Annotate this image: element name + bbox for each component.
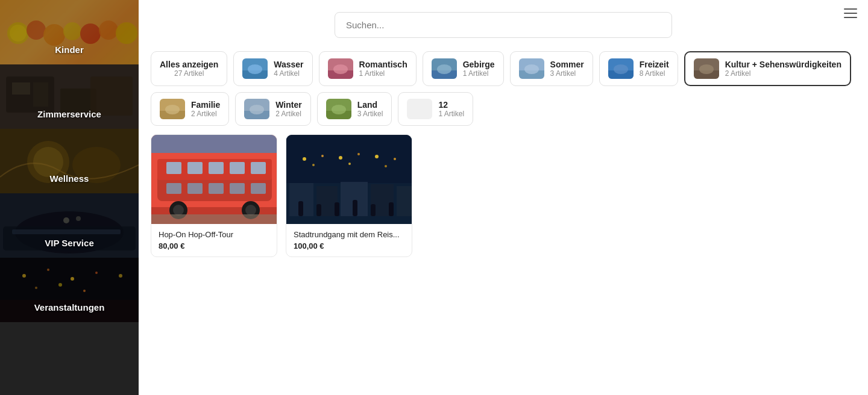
svg-rect-80 xyxy=(151,214,277,224)
category-thumb-wasser xyxy=(242,58,268,79)
category-count: 3 Artikel xyxy=(550,69,584,78)
svg-rect-101 xyxy=(353,200,357,216)
sidebar-item-label-kinder: Kinder xyxy=(0,45,139,55)
category-count: 2 Artikel xyxy=(275,110,301,118)
product-card-stadtrundgang[interactable]: Stadtrundgang mit dem Reis...100,00 € xyxy=(286,134,412,257)
category-thumb-winter xyxy=(244,99,269,119)
category-name: Winter xyxy=(275,100,301,110)
svg-rect-70 xyxy=(251,162,266,174)
sidebar-item-zimmerservice[interactable]: Zimmerservice xyxy=(0,64,139,129)
svg-rect-73 xyxy=(209,183,224,194)
svg-point-8 xyxy=(116,22,137,44)
svg-point-40 xyxy=(333,64,348,74)
sidebar-item-label-veranstaltungen: Veranstaltungen xyxy=(0,302,139,313)
svg-point-90 xyxy=(312,164,315,166)
svg-point-3 xyxy=(27,20,46,40)
svg-rect-68 xyxy=(209,162,224,174)
category-name: Romantisch xyxy=(359,60,407,69)
svg-point-4 xyxy=(43,24,65,46)
svg-rect-75 xyxy=(251,183,266,194)
category-thumb-romantisch xyxy=(328,58,353,79)
svg-point-5 xyxy=(63,22,81,40)
product-name: Hop-On Hop-Off-Tour xyxy=(159,230,269,239)
category-name: 12 xyxy=(438,100,464,110)
category-thumb-familie xyxy=(160,99,185,119)
svg-point-88 xyxy=(375,155,379,158)
svg-rect-22 xyxy=(12,229,121,234)
search-input[interactable] xyxy=(335,12,672,38)
sidebar-item-label-wellness: Wellness xyxy=(0,173,139,184)
category-count: 1 Artikel xyxy=(438,110,464,118)
category-name: Freizeit xyxy=(640,60,669,69)
category-name: Wasser xyxy=(274,60,303,69)
sidebar-item-vip-service[interactable]: VIP Service xyxy=(0,193,139,258)
svg-point-85 xyxy=(321,155,324,157)
svg-rect-12 xyxy=(33,82,48,107)
sidebar-item-label-zimmerservice: Zimmerservice xyxy=(0,109,139,119)
category-item-familie[interactable]: Familie2 Artikel xyxy=(151,92,229,126)
svg-rect-98 xyxy=(298,201,303,216)
svg-point-32 xyxy=(58,283,62,287)
category-item-wasser[interactable]: Wasser4 Artikel xyxy=(233,51,312,86)
product-image-stadtrundgang xyxy=(286,135,412,224)
svg-point-79 xyxy=(245,205,256,216)
svg-point-89 xyxy=(394,158,396,160)
category-thumb-kultur xyxy=(694,58,719,79)
category-thumb-land xyxy=(326,99,351,119)
category-thumb-gebirge xyxy=(432,58,457,79)
category-count: 8 Artikel xyxy=(640,69,669,78)
category-item-alles[interactable]: Alles anzeigen27 Artikel xyxy=(151,51,227,86)
category-item-gebirge[interactable]: Gebirge1 Artikel xyxy=(423,51,504,86)
svg-point-91 xyxy=(348,163,351,165)
category-count: 1 Artikel xyxy=(463,69,495,78)
svg-point-87 xyxy=(357,153,360,155)
category-thumb-sommer xyxy=(519,58,544,79)
main-content: Alles anzeigen27 Artikel Wasser4 Artikel… xyxy=(139,0,868,395)
svg-point-86 xyxy=(339,156,342,160)
category-item-romantisch[interactable]: Romantisch1 Artikel xyxy=(319,51,417,86)
svg-point-52 xyxy=(699,64,714,74)
sidebar-item-label-vip-service: VIP Service xyxy=(0,238,139,248)
svg-point-61 xyxy=(332,105,346,114)
category-name: Land xyxy=(357,100,383,110)
sidebar-item-wellness[interactable]: Wellness xyxy=(0,129,139,193)
category-count: 4 Artikel xyxy=(274,69,303,78)
svg-point-28 xyxy=(71,277,74,281)
sidebar-item-kinder[interactable]: Kinder xyxy=(0,0,139,64)
svg-point-33 xyxy=(83,290,86,292)
category-item-freizeit[interactable]: Freizeit8 Artikel xyxy=(599,51,678,86)
product-card-hop-on[interactable]: Hop-On Hop-Off-Tour80,00 € xyxy=(151,134,277,257)
sidebar: Kinder Zimmerservice Wellness VIP Servic… xyxy=(0,0,139,395)
svg-rect-69 xyxy=(230,162,245,174)
svg-rect-71 xyxy=(166,183,181,194)
svg-rect-99 xyxy=(316,204,321,216)
category-item-12[interactable]: 121 Artikel xyxy=(398,92,473,126)
svg-point-7 xyxy=(99,20,118,40)
category-thumb-placeholder xyxy=(407,99,432,119)
category-item-land[interactable]: Land3 Artikel xyxy=(317,92,392,126)
svg-point-30 xyxy=(119,274,122,278)
svg-point-92 xyxy=(385,165,387,167)
svg-rect-72 xyxy=(187,183,203,194)
category-thumb-freizeit xyxy=(608,58,634,79)
category-count: 2 Artikel xyxy=(191,110,220,118)
svg-point-6 xyxy=(80,23,101,44)
svg-rect-102 xyxy=(371,204,376,216)
svg-point-77 xyxy=(173,205,184,216)
category-item-winter[interactable]: Winter2 Artikel xyxy=(235,92,310,126)
category-item-sommer[interactable]: Sommer3 Artikel xyxy=(510,51,593,86)
svg-point-43 xyxy=(437,64,451,74)
category-name: Alles anzeigen xyxy=(160,60,218,69)
hamburger-menu[interactable] xyxy=(844,8,857,18)
svg-rect-74 xyxy=(230,183,245,194)
svg-point-17 xyxy=(33,147,63,177)
sidebar-item-veranstaltungen[interactable]: Veranstaltungen xyxy=(0,258,139,322)
svg-rect-97 xyxy=(397,186,412,216)
svg-point-2 xyxy=(10,25,27,42)
category-name: Familie xyxy=(191,100,220,110)
category-item-kultur[interactable]: Kultur + Sehenswürdigkeiten2 Artikel xyxy=(684,51,851,86)
svg-point-26 xyxy=(22,274,26,278)
product-price: 80,00 € xyxy=(159,241,269,250)
product-image-hop-on xyxy=(151,135,277,224)
product-name: Stadtrundgang mit dem Reis... xyxy=(294,230,404,239)
